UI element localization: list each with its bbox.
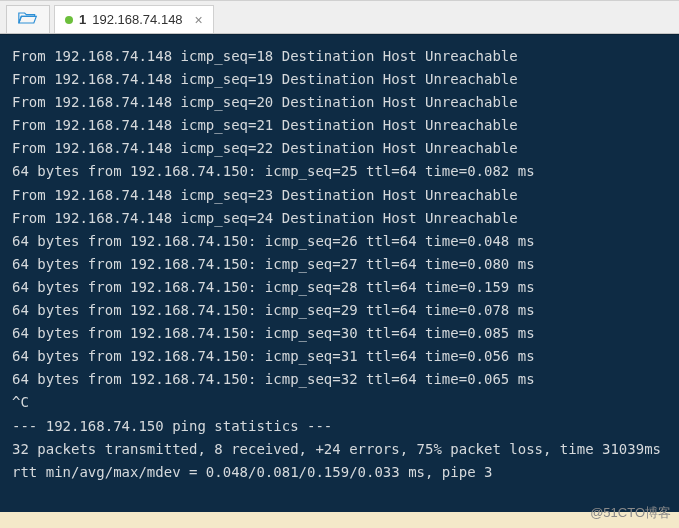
terminal-line: rtt min/avg/max/mdev = 0.048/0.081/0.159… bbox=[12, 464, 492, 480]
terminal-line: From 192.168.74.148 icmp_seq=19 Destinat… bbox=[12, 71, 518, 87]
terminal-line: --- 192.168.74.150 ping statistics --- bbox=[12, 418, 332, 434]
terminal-line: ^C bbox=[12, 394, 29, 410]
terminal-line: From 192.168.74.148 icmp_seq=20 Destinat… bbox=[12, 94, 518, 110]
terminal-line: 64 bytes from 192.168.74.150: icmp_seq=2… bbox=[12, 233, 535, 249]
terminal-line: From 192.168.74.148 icmp_seq=22 Destinat… bbox=[12, 140, 518, 156]
terminal-line: 64 bytes from 192.168.74.150: icmp_seq=3… bbox=[12, 348, 535, 364]
close-tab-button[interactable]: × bbox=[195, 12, 203, 28]
tab-label: 192.168.74.148 bbox=[92, 12, 182, 27]
terminal-line: 32 packets transmitted, 8 received, +24 … bbox=[12, 441, 661, 457]
terminal-line: From 192.168.74.148 icmp_seq=23 Destinat… bbox=[12, 187, 518, 203]
terminal-line: 64 bytes from 192.168.74.150: icmp_seq=3… bbox=[12, 371, 535, 387]
terminal-line: From 192.168.74.148 icmp_seq=21 Destinat… bbox=[12, 117, 518, 133]
terminal-line: 64 bytes from 192.168.74.150: icmp_seq=2… bbox=[12, 163, 535, 179]
terminal-line: 64 bytes from 192.168.74.150: icmp_seq=2… bbox=[12, 302, 535, 318]
session-tab[interactable]: 1 192.168.74.148 × bbox=[54, 5, 214, 33]
open-folder-button[interactable] bbox=[6, 5, 50, 33]
terminal-line: 64 bytes from 192.168.74.150: icmp_seq=2… bbox=[12, 256, 535, 272]
status-dot-connected-icon bbox=[65, 16, 73, 24]
terminal-line: From 192.168.74.148 icmp_seq=24 Destinat… bbox=[12, 210, 518, 226]
tab-bar: 1 192.168.74.148 × bbox=[0, 0, 679, 34]
tab-index: 1 bbox=[79, 12, 86, 27]
terminal-output[interactable]: From 192.168.74.148 icmp_seq=18 Destinat… bbox=[0, 34, 679, 512]
folder-open-icon bbox=[18, 10, 38, 30]
watermark: @51CTO博客 bbox=[590, 504, 671, 522]
terminal-line: 64 bytes from 192.168.74.150: icmp_seq=3… bbox=[12, 325, 535, 341]
terminal-line: From 192.168.74.148 icmp_seq=18 Destinat… bbox=[12, 48, 518, 64]
terminal-line: 64 bytes from 192.168.74.150: icmp_seq=2… bbox=[12, 279, 535, 295]
